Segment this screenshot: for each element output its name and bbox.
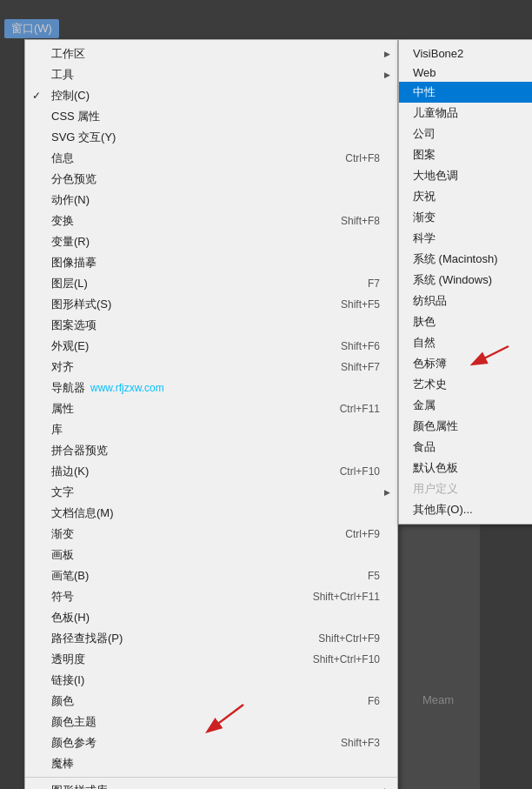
submenu-item-children[interactable]: 儿童物品: [399, 103, 532, 124]
menu-item-magic-wand[interactable]: 魔棒: [25, 753, 397, 774]
submenu-item-other[interactable]: 其他库(O)...: [399, 499, 532, 520]
submenu-item-mac-system[interactable]: 系统 (Macintosh): [399, 249, 532, 270]
submenu-item-food[interactable]: 食品: [399, 437, 532, 458]
menu-item-workspace[interactable]: 工作区: [25, 43, 397, 64]
menu-item-doc-info[interactable]: 文档信息(M): [25, 503, 397, 524]
menu-item-library[interactable]: 库: [25, 419, 397, 440]
submenu-item-earthtone[interactable]: 大地色调: [399, 165, 532, 186]
menu-item-layers[interactable]: 图层(L) F7: [25, 273, 397, 294]
submenu-item-skin[interactable]: 肤色: [399, 311, 532, 332]
left-toolbar: [0, 39, 24, 789]
menu-item-color-proof[interactable]: 分色预览: [25, 169, 397, 190]
top-bar: 基本功能: [0, 0, 532, 17]
submenu-item-default-swatch[interactable]: 默认色板: [399, 458, 532, 478]
menu-item-navigator[interactable]: 导航器 www.rfjzxw.com: [25, 378, 397, 398]
menu-item-stroke[interactable]: 描边(K) Ctrl+F10: [25, 461, 397, 482]
watermark: www.rfjzxw.com: [90, 382, 164, 394]
submenu-item-celebration[interactable]: 庆祝: [399, 186, 532, 207]
menu-item-pathfinder[interactable]: 路径查找器(P) Shift+Ctrl+F9: [25, 628, 397, 649]
menu-item-symbol[interactable]: 符号 Shift+Ctrl+F11: [25, 586, 397, 607]
menu-item-action[interactable]: 动作(N): [25, 190, 397, 211]
menu-item-control[interactable]: 控制(C): [25, 85, 397, 106]
menu-item-brush[interactable]: 画笔(B) F5: [25, 565, 397, 586]
menu-item-align[interactable]: 对齐 Shift+F7: [25, 357, 397, 378]
meam-text: Meam: [422, 693, 454, 706]
submenu-item-metals[interactable]: 金属: [399, 395, 532, 416]
menu-item-links[interactable]: 链接(I): [25, 670, 397, 691]
submenu-item-win-system[interactable]: 系统 (Windows): [399, 270, 532, 291]
main-menu: 工作区 工具 控制(C) CSS 属性 SVG 交互(Y) 信息 Ctrl+F8…: [24, 39, 398, 789]
submenu: VisiBone2 Web 中性 儿童物品 公司 图案 大地色调 庆祝 渐变 科…: [398, 39, 532, 525]
menu-item-info[interactable]: 信息 Ctrl+F8: [25, 148, 397, 169]
submenu-item-neutral[interactable]: 中性: [399, 82, 532, 103]
menu-item-swatches[interactable]: 色板(H): [25, 607, 397, 628]
menu-item-appearance[interactable]: 外观(E) Shift+F6: [25, 336, 397, 357]
window-menu-item[interactable]: 窗口(W): [4, 19, 59, 38]
red-arrow-neutral: [461, 338, 513, 381]
menu-item-svg[interactable]: SVG 交互(Y): [25, 127, 397, 148]
submenu-item-gradient2[interactable]: 渐变: [399, 207, 532, 228]
menu-item-text[interactable]: 文字: [25, 482, 397, 503]
menu-separator: [25, 777, 397, 778]
menu-item-assembler[interactable]: 拼合器预览: [25, 440, 397, 461]
menu-item-gradient[interactable]: 渐变 Ctrl+F9: [25, 524, 397, 545]
menu-item-transform[interactable]: 变换 Shift+F8: [25, 211, 397, 231]
menu-bar: 窗口(W): [0, 17, 532, 39]
submenu-item-company[interactable]: 公司: [399, 124, 532, 144]
svg-line-3: [209, 705, 243, 731]
submenu-item-pattern[interactable]: 图案: [399, 144, 532, 165]
submenu-item-user-defined[interactable]: 用户定义: [399, 478, 532, 499]
menu-item-css[interactable]: CSS 属性: [25, 106, 397, 127]
menu-item-artboard[interactable]: 画板: [25, 545, 397, 565]
submenu-item-web[interactable]: Web: [399, 63, 532, 82]
menu-item-transparency[interactable]: 透明度 Shift+Ctrl+F10: [25, 649, 397, 670]
svg-line-1: [474, 346, 509, 364]
menu-item-graphic-styles[interactable]: 图形样式(S) Shift+F5: [25, 294, 397, 315]
menu-item-properties[interactable]: 属性 Ctrl+F11: [25, 398, 397, 419]
menu-item-pattern[interactable]: 图案选项: [25, 315, 397, 336]
menu-item-variables[interactable]: 变量(R): [25, 231, 397, 252]
menu-item-graphic-styles-lib[interactable]: 图形样式库: [25, 780, 397, 789]
menu-item-image-trace[interactable]: 图像描摹: [25, 252, 397, 273]
red-arrow-swatch-lib: [174, 696, 278, 748]
submenu-item-color-props[interactable]: 颜色属性: [399, 416, 532, 437]
menu-item-tools[interactable]: 工具: [25, 64, 397, 85]
submenu-item-visibone2[interactable]: VisiBone2: [399, 43, 532, 63]
submenu-item-science[interactable]: 科学: [399, 228, 532, 249]
submenu-item-textiles[interactable]: 纺织品: [399, 291, 532, 311]
